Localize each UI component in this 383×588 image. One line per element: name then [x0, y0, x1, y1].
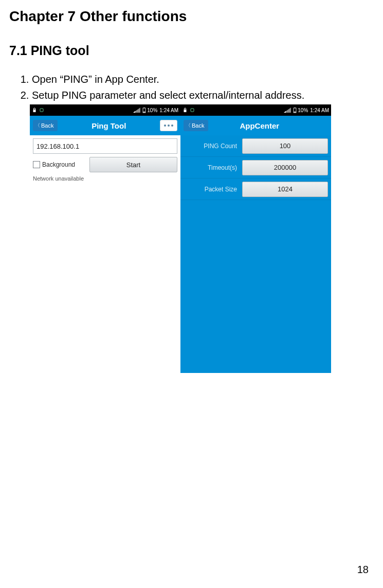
setting-label: Timeout(s)	[180, 164, 242, 171]
ping-count-input[interactable]: 100	[242, 138, 328, 154]
clock: 1:24 AM	[310, 108, 329, 113]
status-bar: 10% 1:24 AM	[30, 104, 180, 116]
debug-icon	[39, 108, 44, 113]
back-button[interactable]: 〈Back	[184, 120, 208, 131]
step-item: Setup PING parameter and select external…	[32, 88, 374, 102]
back-button[interactable]: 〈Back	[33, 120, 58, 131]
phone-appcenter: 10% 1:24 AM 〈Back AppCenter PING Count 1…	[180, 104, 331, 373]
svg-rect-2	[144, 108, 145, 108]
start-button[interactable]: Start	[89, 157, 177, 172]
menu-button[interactable]	[160, 120, 177, 131]
setting-label: PING Count	[180, 142, 242, 150]
settings-content: PING Count 100 Timeout(s) 200000 Packet …	[180, 135, 331, 373]
step-list: Open “PING” in App Center. Setup PING pa…	[32, 73, 374, 102]
signal-icon	[284, 108, 291, 113]
svg-rect-6	[295, 108, 296, 108]
svg-rect-4	[191, 109, 194, 112]
setting-row-ping-count: PING Count 100	[180, 135, 331, 157]
svg-rect-0	[40, 109, 43, 112]
battery-percent: 10%	[298, 108, 308, 113]
page-number: 18	[357, 564, 369, 576]
status-bar: 10% 1:24 AM	[180, 104, 331, 116]
section-title: 7.1 PING tool	[9, 43, 374, 58]
lock-icon	[32, 108, 37, 113]
phone-ping-tool: 10% 1:24 AM 〈Back Ping Tool 192.168.100.…	[30, 104, 180, 373]
background-label: Background	[42, 161, 75, 168]
signal-icon	[133, 108, 140, 113]
battery-icon	[142, 108, 146, 113]
chapter-title: Chapter 7 Other functions	[9, 8, 374, 25]
setting-row-packet-size: Packet Size 1024	[180, 179, 331, 200]
app-title: Ping Tool	[62, 121, 156, 130]
clock: 1:24 AM	[159, 108, 178, 113]
app-bar: 〈Back Ping Tool	[30, 116, 180, 135]
chevron-left-icon: 〈	[35, 123, 40, 128]
ip-address-input[interactable]: 192.168.100.1	[33, 138, 177, 154]
menu-spacer	[311, 120, 328, 131]
battery-icon	[293, 108, 297, 113]
setting-label: Packet Size	[180, 186, 242, 193]
app-bar: 〈Back AppCenter	[180, 116, 331, 135]
screenshot-row: 10% 1:24 AM 〈Back Ping Tool 192.168.100.…	[30, 104, 374, 373]
checkbox-icon	[33, 161, 40, 168]
network-status: Network unavailable	[33, 175, 177, 182]
back-label: Back	[41, 122, 53, 129]
svg-rect-3	[143, 112, 145, 113]
back-label: Back	[192, 122, 204, 129]
svg-rect-7	[294, 112, 296, 113]
lock-icon	[183, 108, 188, 113]
packet-size-input[interactable]: 1024	[242, 182, 328, 197]
ping-content: 192.168.100.1 Background Start Network u…	[30, 135, 180, 373]
battery-percent: 10%	[147, 108, 157, 113]
background-checkbox[interactable]: Background	[33, 161, 86, 168]
step-item: Open “PING” in App Center.	[32, 73, 374, 86]
debug-icon	[190, 108, 195, 113]
chevron-left-icon: 〈	[186, 123, 191, 128]
app-title: AppCenter	[212, 121, 306, 130]
timeout-input[interactable]: 200000	[242, 160, 328, 175]
setting-row-timeout: Timeout(s) 200000	[180, 157, 331, 179]
